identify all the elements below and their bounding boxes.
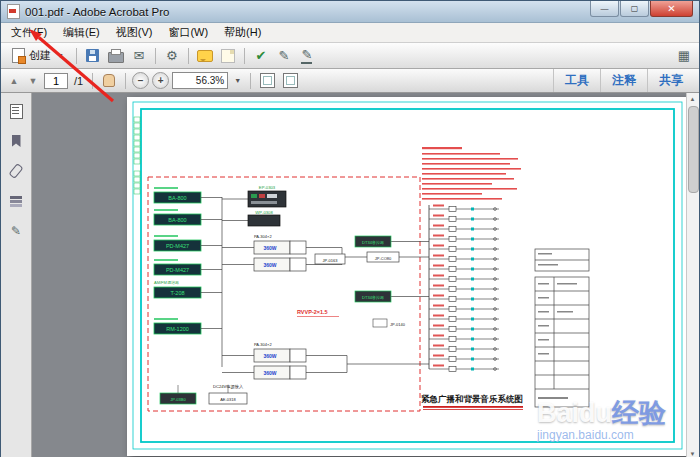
vertical-scrollbar[interactable]: ▲ ▼ [686, 93, 699, 457]
gear-icon: ⚙ [166, 48, 178, 63]
fit-width-icon [260, 73, 275, 88]
toolbar-separator [155, 48, 156, 64]
pencil-tool-button[interactable]: ✎ [274, 46, 294, 66]
print-button[interactable] [106, 46, 126, 66]
page-total-label: /1 [74, 75, 83, 87]
zoom-level-value[interactable]: 56.3% [172, 72, 228, 89]
navigation-toolbar: ▲ ▼ /1 − + 56.3% ▼ 工具 注释 共享 [1, 69, 699, 93]
zoom-in-button[interactable]: + [152, 72, 169, 89]
cable-label: RVVP-2×1.5 [297, 309, 328, 315]
toolbar-separator [250, 73, 251, 89]
print-icon [108, 52, 124, 63]
document-view[interactable]: BA-800 BA-800 PD-M427 PD-M427 AM/FM调谐器 T… [32, 93, 686, 457]
equipment-label: PD-M427 [166, 267, 189, 273]
equipment-label: DT34音控器 [362, 240, 384, 245]
scroll-up-arrow[interactable]: ▲ [687, 93, 698, 105]
amp-group-label: PA-304×2 [254, 234, 272, 239]
stamp-button[interactable]: ✔ [251, 46, 271, 66]
bookmark-icon [12, 135, 21, 147]
save-button[interactable] [83, 46, 103, 66]
equipment-label: DC24V电源接入 [213, 384, 244, 389]
scrollbar-thumb[interactable] [688, 106, 699, 193]
toolbar-separator [125, 73, 126, 89]
equipment-label: JP-0163 [323, 258, 339, 263]
equipment-label: EP-0303 [259, 185, 276, 190]
email-button[interactable]: ✉ [129, 46, 149, 66]
menu-item-view[interactable]: 视图(V) [108, 23, 161, 42]
comment-panel-button[interactable]: 注释 [600, 69, 647, 92]
scroll-down-arrow[interactable]: ▼ [687, 448, 698, 457]
layers-icon [10, 196, 22, 199]
equipment-label: 360W [263, 370, 276, 376]
cad-diagram: BA-800 BA-800 PD-M427 PD-M427 AM/FM调谐器 T… [127, 97, 686, 456]
comment-bubble-icon [197, 50, 213, 62]
page-number-input[interactable] [44, 73, 68, 89]
equipment-label: JP-03B0 [170, 397, 186, 402]
paperclip-icon [8, 163, 23, 179]
equipment-label: AE-0318 [220, 397, 236, 402]
navigation-pane: ✎ [1, 93, 32, 457]
panel-buttons: 工具 注释 共享 [553, 69, 694, 92]
next-page-button[interactable]: ▼ [25, 73, 41, 89]
settings-button[interactable]: ⚙ [162, 46, 182, 66]
equipment-label: T-208 [170, 290, 184, 296]
toolbar-separator [244, 48, 245, 64]
toolbar-separator [92, 73, 93, 89]
sticky-note-button[interactable] [218, 46, 238, 66]
customize-grid-icon: ▦ [678, 48, 690, 63]
equipment-label: WP-0308 [255, 210, 273, 215]
menu-item-edit[interactable]: 编辑(E) [55, 23, 108, 42]
hand-tool-icon [103, 74, 115, 87]
menu-item-window[interactable]: 窗口(W) [160, 23, 216, 42]
acrobat-window: 001.pdf - Adobe Acrobat Pro — ▢ ✕ 文件(F) … [0, 0, 700, 457]
customize-toolbar-button[interactable]: ▦ [674, 46, 694, 66]
fit-page-button[interactable] [280, 71, 300, 91]
chevron-down-icon: ▼ [57, 52, 64, 59]
create-page-icon [12, 48, 25, 63]
sticky-note-icon [221, 49, 235, 63]
equipment-label: 360W [263, 353, 276, 359]
equipment-label: JP-0140 [390, 322, 406, 327]
amp-group-label: PA-304×2 [254, 342, 272, 347]
pdf-page: BA-800 BA-800 PD-M427 PD-M427 AM/FM调谐器 T… [127, 97, 686, 456]
fit-page-icon [283, 73, 298, 88]
content-area: ✎ [1, 93, 699, 457]
attachments-button[interactable] [7, 163, 25, 179]
layers-button[interactable] [7, 193, 25, 209]
toolbar-separator [76, 48, 77, 64]
signature-button[interactable]: ✎ [297, 46, 317, 66]
hand-tool-button[interactable] [99, 71, 119, 91]
window-title: 001.pdf - Adobe Acrobat Pro [25, 6, 170, 18]
equipment-label: BA-800 [168, 217, 186, 223]
share-panel-button[interactable]: 共享 [647, 69, 694, 92]
pdf-file-icon [7, 4, 20, 19]
create-button[interactable]: 创建 ▼ [6, 45, 70, 66]
page-thumbnails-button[interactable] [7, 103, 25, 119]
tools-panel-button[interactable]: 工具 [553, 69, 600, 92]
signature-pen-icon: ✎ [11, 224, 21, 238]
check-stamp-icon: ✔ [255, 48, 266, 63]
menu-bar: 文件(F) 编辑(E) 视图(V) 窗口(W) 帮助(H) [1, 23, 699, 43]
zoom-dropdown-button[interactable]: ▼ [231, 72, 244, 89]
equipment-label: DT34音控器 [362, 295, 384, 300]
equipment-label: PD-M427 [166, 243, 189, 249]
equipment-label: 360W [263, 262, 276, 268]
page-thumbnails-icon [10, 104, 23, 119]
menu-item-file[interactable]: 文件(F) [3, 23, 55, 42]
menu-item-help[interactable]: 帮助(H) [216, 23, 269, 42]
signature-icon: ✎ [301, 47, 312, 64]
comment-button[interactable] [195, 46, 215, 66]
maximize-button[interactable]: ▢ [620, 1, 649, 17]
drawing-title: 紧急广播和背景音乐系统图 [421, 394, 523, 404]
create-button-label: 创建 [29, 48, 51, 63]
bookmarks-button[interactable] [7, 133, 25, 149]
email-icon: ✉ [133, 48, 144, 63]
window-controls: — ▢ ✕ [589, 1, 693, 17]
signatures-button[interactable]: ✎ [7, 223, 25, 239]
zoom-out-button[interactable]: − [132, 72, 149, 89]
close-button[interactable]: ✕ [650, 1, 693, 17]
minimize-button[interactable]: — [590, 1, 619, 17]
title-bar: 001.pdf - Adobe Acrobat Pro — ▢ ✕ [1, 1, 699, 23]
fit-width-button[interactable] [257, 71, 277, 91]
previous-page-button[interactable]: ▲ [6, 73, 22, 89]
